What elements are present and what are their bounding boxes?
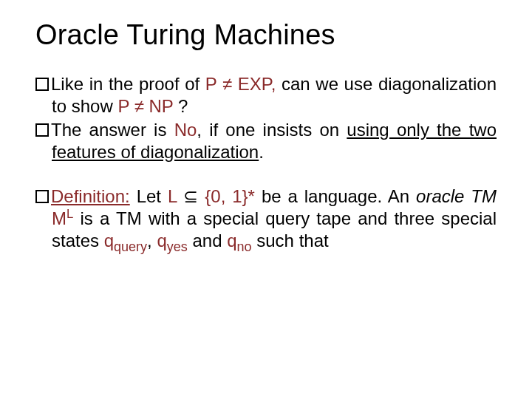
bullet-3: Definition: Let L ⊆ {0, 1}* be a languag…: [35, 185, 497, 252]
superscript-L: L: [66, 207, 73, 221]
square-bullet-icon: [35, 78, 49, 91]
bullet-group-2: Definition: Let L ⊆ {0, 1}* be a languag…: [35, 185, 497, 252]
text: q: [157, 231, 166, 250]
state-qquery: qquery: [104, 231, 147, 250]
state-qyes: qyes: [157, 231, 187, 250]
square-bullet-icon: [35, 190, 49, 203]
subscript-query: query: [114, 239, 147, 254]
square-bullet-icon: [35, 123, 49, 137]
lang-L: L: [168, 186, 177, 206]
oracle-tm-term: oracle TM: [416, 186, 497, 206]
definition-label: Definition:: [51, 186, 130, 206]
text: such that: [252, 231, 329, 250]
text: in the proof of: [83, 74, 205, 94]
text: be a language. An: [255, 186, 416, 206]
bullet-2: The answer is No, if one insists on usin…: [35, 119, 497, 163]
subscript-no: no: [237, 239, 252, 254]
text: q: [104, 231, 114, 250]
text: , if one insists on: [197, 120, 347, 140]
set-notation: {0, 1}*: [205, 186, 255, 206]
emph-no: No: [174, 120, 197, 140]
text: ⊆: [177, 186, 205, 206]
text: .: [259, 142, 264, 162]
bullet-1: Like in the proof of P ≠ EXP, can we use…: [35, 73, 497, 117]
machine-M: ML: [52, 208, 73, 228]
text: The: [51, 120, 81, 140]
text: ?: [173, 96, 188, 116]
text: and: [188, 231, 227, 250]
bullet-group-1: Like in the proof of P ≠ EXP, can we use…: [35, 73, 497, 163]
math-pnp: P ≠ NP: [117, 96, 173, 116]
text: Let: [130, 186, 168, 206]
math-pexp: P ≠ EXP,: [205, 74, 276, 94]
subscript-yes: yes: [167, 239, 188, 254]
text: ,: [147, 231, 157, 250]
text: q: [227, 231, 236, 250]
state-qno: qno: [227, 231, 251, 250]
slide: Oracle Turing Machines Like in the proof…: [0, 0, 532, 399]
text: Like: [51, 74, 83, 94]
text: M: [52, 208, 66, 228]
slide-title: Oracle Turing Machines: [35, 19, 497, 51]
text: answer is: [81, 120, 174, 140]
